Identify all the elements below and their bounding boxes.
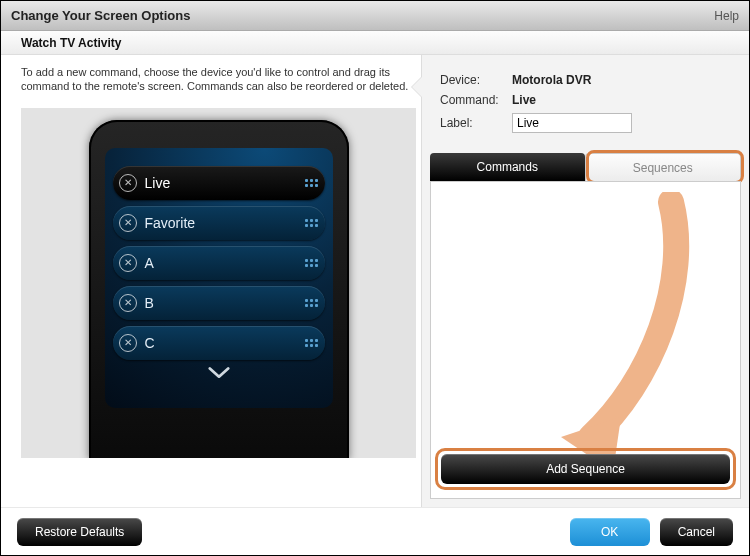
right-panel: Device: Motorola DVR Command: Live Label… — [421, 55, 749, 507]
device-label: Device: — [440, 73, 512, 87]
restore-defaults-label: Restore Defaults — [35, 525, 124, 539]
label-label: Label: — [440, 116, 512, 130]
device-value: Motorola DVR — [512, 73, 591, 87]
remove-icon[interactable]: ✕ — [119, 294, 137, 312]
tab-sequences-label: Sequences — [633, 161, 693, 175]
activity-title: Watch TV Activity — [21, 36, 121, 50]
label-row: Label: — [440, 113, 731, 133]
scroll-down-icon[interactable] — [113, 366, 325, 382]
remove-icon[interactable]: ✕ — [119, 254, 137, 272]
drag-handle-icon[interactable] — [305, 179, 317, 187]
drag-handle-icon[interactable] — [305, 259, 317, 267]
screen-button-favorite[interactable]: ✕ Favorite — [113, 206, 325, 240]
screen-button-live[interactable]: ✕ Live — [113, 166, 325, 200]
label-input[interactable] — [512, 113, 632, 133]
footer-bar: Restore Defaults OK Cancel — [1, 507, 749, 555]
tab-bar: Commands Sequences — [430, 153, 741, 181]
activity-subheader: Watch TV Activity — [1, 31, 749, 55]
remove-icon[interactable]: ✕ — [119, 334, 137, 352]
screen-button-label: C — [145, 335, 155, 351]
title-bar: Change Your Screen Options Help — [1, 1, 749, 31]
screen-button-label: Favorite — [145, 215, 196, 231]
panel-pointer-icon — [412, 77, 422, 97]
left-panel: To add a new command, choose the device … — [1, 55, 421, 507]
drag-handle-icon[interactable] — [305, 219, 317, 227]
screen-button-c[interactable]: ✕ C — [113, 326, 325, 360]
screen-button-label: B — [145, 295, 154, 311]
remove-icon[interactable]: ✕ — [119, 174, 137, 192]
command-row: Command: Live — [440, 93, 731, 107]
remote-screen[interactable]: ✕ Live ✕ Favorite ✕ A ✕ — [105, 148, 333, 408]
remove-icon[interactable]: ✕ — [119, 214, 137, 232]
ok-button[interactable]: OK — [570, 518, 650, 546]
device-row: Device: Motorola DVR — [440, 73, 731, 87]
tab-commands[interactable]: Commands — [430, 153, 585, 181]
screen-button-label: A — [145, 255, 154, 271]
tab-sequences[interactable]: Sequences — [585, 153, 742, 181]
restore-defaults-button[interactable]: Restore Defaults — [17, 518, 142, 546]
tab-commands-label: Commands — [477, 160, 538, 174]
screen-button-b[interactable]: ✕ B — [113, 286, 325, 320]
add-sequence-label: Add Sequence — [546, 462, 625, 476]
drag-handle-icon[interactable] — [305, 299, 317, 307]
help-link[interactable]: Help — [714, 9, 739, 23]
screen-button-a[interactable]: ✕ A — [113, 246, 325, 280]
command-label: Command: — [440, 93, 512, 107]
annotation-arrow-icon — [541, 192, 701, 472]
window-title: Change Your Screen Options — [11, 8, 190, 23]
tab-content: Add Sequence — [430, 181, 741, 499]
screen-button-label: Live — [145, 175, 171, 191]
ok-label: OK — [601, 525, 618, 539]
properties-section: Device: Motorola DVR Command: Live Label… — [422, 55, 749, 149]
cancel-label: Cancel — [678, 525, 715, 539]
drag-handle-icon[interactable] — [305, 339, 317, 347]
content-area: To add a new command, choose the device … — [1, 55, 749, 507]
remote-preview: ✕ Live ✕ Favorite ✕ A ✕ — [21, 108, 416, 458]
add-sequence-button[interactable]: Add Sequence — [441, 454, 730, 484]
command-value: Live — [512, 93, 536, 107]
footer-right-buttons: OK Cancel — [570, 518, 733, 546]
cancel-button[interactable]: Cancel — [660, 518, 733, 546]
remote-body: ✕ Live ✕ Favorite ✕ A ✕ — [89, 120, 349, 458]
instructions-text: To add a new command, choose the device … — [21, 65, 413, 94]
